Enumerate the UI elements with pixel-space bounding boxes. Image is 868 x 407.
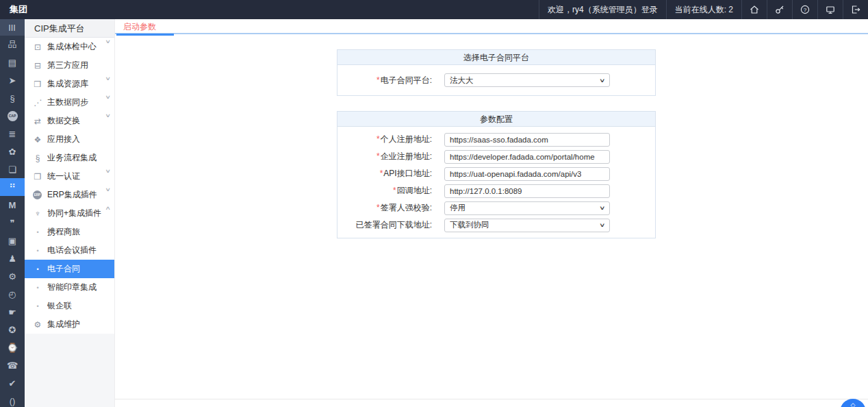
sidebar-item-integration-checkup[interactable]: ⊡ 集成体检中心 ∨	[25, 38, 114, 56]
rail-item-m-module[interactable]: M	[0, 196, 25, 214]
rail-item-gauge[interactable]: ◴	[0, 285, 25, 303]
home-icon	[750, 5, 759, 14]
password-button[interactable]	[767, 0, 792, 19]
rail-item-send[interactable]: ➤	[0, 71, 25, 89]
rail-item-stamp[interactable]: ♟	[0, 249, 25, 267]
assistant-icon: ◇	[851, 402, 856, 407]
sidebar-item-icon: §	[33, 153, 42, 163]
sidebar-item-app-access[interactable]: ❖ 应用接入	[25, 130, 114, 149]
rail-item-stack[interactable]: ≣	[0, 125, 25, 143]
rail-icon: ♟	[8, 254, 16, 264]
sidebar-item-collab-plugins[interactable]: ♆ 协同+集成插件 ∧	[25, 204, 114, 223]
rail-item-gear[interactable]: ⚙	[0, 267, 25, 285]
required-star: *	[380, 169, 383, 178]
signed-contract-download-select[interactable]: 下载到协同 ∨	[444, 219, 610, 232]
sidebar-item-label: 业务流程集成	[47, 152, 110, 164]
sidebar-item-label: 银企联	[47, 300, 110, 312]
rail-item-card[interactable]: ▤	[0, 53, 25, 71]
rail-item-collapse[interactable]: |||	[0, 19, 25, 36]
rail-item-message[interactable]: ❞	[0, 214, 25, 232]
sidebar-item-label: 集成体检中心	[47, 41, 105, 53]
enterprise-register-url-input[interactable]: https://developer.fadada.com/portal/home	[444, 150, 610, 164]
sidebar-item-smart-seal[interactable]: • 智能印章集成	[25, 278, 114, 297]
field-value: 法大大	[450, 75, 474, 86]
rail-icon: ⚙	[8, 271, 16, 282]
sidebar: CIP集成平台 ⊡ 集成体检中心 ∨ ⊟ 第三方应用 ❒ 集成资源库 ∨ ⋰ 主…	[25, 19, 115, 407]
rail-item-document[interactable]: ❏	[0, 160, 25, 178]
rail-item-org[interactable]: 品	[0, 36, 25, 53]
chevron-icon: ∨	[105, 186, 111, 192]
required-star: *	[376, 151, 380, 161]
sidebar-item-label: ERP集成插件	[47, 189, 105, 201]
chevron-icon: ∧	[105, 205, 111, 210]
sidebar-item-third-party-apps[interactable]: ⊟ 第三方应用	[25, 56, 114, 75]
tab-startup-params[interactable]: 启动参数	[123, 19, 156, 34]
sidebar-menu: ⊡ 集成体检中心 ∨ ⊟ 第三方应用 ❒ 集成资源库 ∨ ⋰ 主数据同步 ∨ ⇄…	[25, 38, 114, 334]
sidebar-item-bank-enterprise-link[interactable]: • 银企联	[25, 297, 114, 315]
rail-item-apps[interactable]: ⠛	[0, 178, 25, 196]
home-button[interactable]	[741, 0, 767, 19]
sidebar-item-icon: •	[33, 247, 42, 254]
sidebar-item-business-process[interactable]: § 业务流程集成	[25, 149, 114, 167]
signer-verification-select[interactable]: 停用 ∨	[444, 201, 610, 215]
chevron-icon: ∨	[105, 75, 111, 81]
chevron-down-icon: ∨	[599, 222, 606, 228]
workstation-button[interactable]	[817, 0, 843, 19]
help-button[interactable]: ?	[792, 0, 817, 19]
sidebar-item-e-contract[interactable]: • 电子合同	[25, 260, 114, 278]
svg-text:?: ?	[804, 7, 807, 13]
sidebar-item-data-exchange[interactable]: ⇄ 数据交换 ∨	[25, 112, 114, 130]
logout-button[interactable]	[843, 0, 868, 19]
rail-item-pipeline[interactable]: §	[0, 89, 25, 107]
rail-item-palette[interactable]: ✿	[0, 143, 25, 160]
field-value: 下载到协同	[450, 220, 489, 230]
sidebar-item-label: 第三方应用	[47, 60, 110, 71]
rail-item-shield[interactable]: ✪	[0, 321, 25, 338]
chevron-down-icon: ∨	[599, 77, 606, 84]
field-value: 停用	[450, 203, 465, 213]
sidebar-item-unified-auth[interactable]: ❐ 统一认证 ∨	[25, 167, 114, 186]
topbar: 集团 欢迎，ry4（系统管理员）登录 当前在线人数: 2 ?	[0, 0, 868, 19]
sidebar-item-icon: •	[33, 229, 42, 236]
sidebar-item-integration-maintenance[interactable]: ⚙ 集成维护	[25, 315, 114, 334]
api-url-input[interactable]: https://uat-openapi.fadada.com/api/v3	[444, 167, 610, 181]
rail-icon: ✔	[9, 378, 16, 388]
sidebar-item-icon: ⇄	[33, 116, 42, 126]
rail-item-phone[interactable]: ☎	[0, 356, 25, 374]
help-icon: ?	[800, 5, 810, 14]
required-star: *	[393, 186, 396, 195]
rail-icon: M	[9, 200, 16, 210]
rail-icon: |||	[9, 24, 16, 31]
sidebar-item-master-data-sync[interactable]: ⋰ 主数据同步 ∨	[25, 93, 114, 112]
rail-item-cap[interactable]: CAP	[0, 107, 25, 125]
sidebar-item-resource-library[interactable]: ❒ 集成资源库 ∨	[25, 75, 114, 93]
content-area: 选择电子合同平台 *电子合同平台: 法大大 ∨ 参数配置	[115, 36, 868, 407]
form-row: *回调地址: http://127.0.0.1:8089	[337, 182, 655, 199]
sidebar-item-label: 电子合同	[47, 263, 110, 275]
tabbar: 启动参数	[115, 19, 868, 34]
sidebar-item-erp-plugins[interactable]: ERP ERP集成插件 ∨	[25, 186, 114, 204]
logout-icon	[851, 5, 860, 14]
sidebar-item-teleconference-plugin[interactable]: • 电话会议插件	[25, 241, 114, 260]
rail-icon: ()	[10, 396, 16, 406]
callback-url-input[interactable]: http://127.0.0.1:8089	[444, 184, 610, 198]
personal-register-url-input[interactable]: https://saas-sso.fadada.com	[444, 133, 610, 147]
rail-icon: 品	[8, 38, 17, 51]
rail-icon: ☎	[7, 360, 18, 371]
platform-select[interactable]: 法大大 ∨	[444, 73, 610, 87]
chevron-icon: ∨	[105, 38, 111, 44]
field-value: https://uat-openapi.fadada.com/api/v3	[450, 170, 581, 178]
icon-rail: ||| 品 ▤ ➤ § CAP ≣ ✿ ❏ ⠛ M ❞ ▣ ♟ ⚙ ◴	[0, 19, 25, 407]
rail-icon: ✪	[9, 325, 16, 335]
sidebar-item-icon: ⋰	[33, 98, 42, 108]
rail-item-hand[interactable]: ☛	[0, 303, 25, 321]
sidebar-item-ctrip-travel[interactable]: • 携程商旅	[25, 223, 114, 241]
field-label: 已签署合同下载地址:	[337, 219, 432, 231]
rail-item-check[interactable]: ✔	[0, 374, 25, 392]
rail-item-code[interactable]: ()	[0, 392, 25, 407]
panel-body: *个人注册地址: https://saas-sso.fadada.com *企业…	[337, 127, 655, 238]
rail-item-terminal[interactable]: ▣	[0, 232, 25, 249]
panel-title: 选择电子合同平台	[337, 50, 655, 65]
rail-item-timer[interactable]: ⌚	[0, 338, 25, 356]
sidebar-item-label: 统一认证	[47, 171, 105, 182]
